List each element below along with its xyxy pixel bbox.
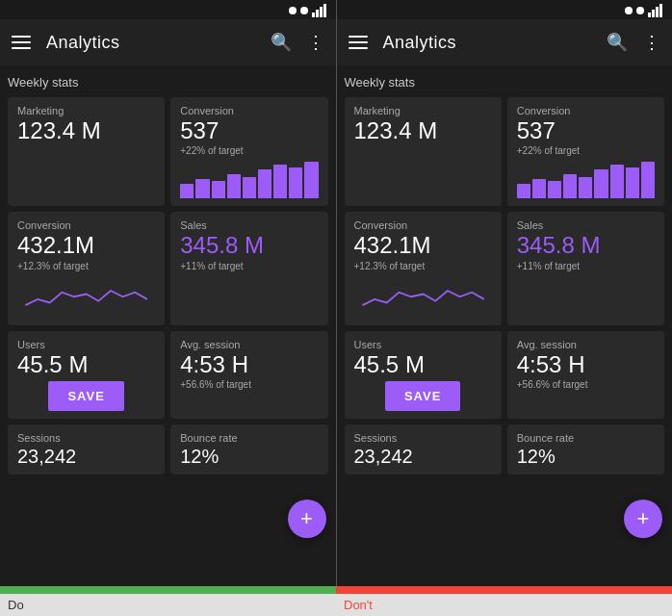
conversion-main-sub-do: +12.3% of target xyxy=(17,261,155,271)
fab-do[interactable]: + xyxy=(288,500,326,538)
conversion-main-value-do: 432.1M xyxy=(17,233,155,258)
search-icon-dont[interactable]: 🔍 xyxy=(607,32,628,53)
avg-session-sub-dont: +56.6% of target xyxy=(517,379,655,390)
bar-2 xyxy=(195,179,209,198)
row4-dont: Sessions 23,242 Bounce rate 12% xyxy=(345,424,665,475)
sales-value-dont: 345.8 M xyxy=(517,233,655,258)
bar-3 xyxy=(212,181,225,198)
bar-7 xyxy=(273,165,287,198)
marketing-value-dont: 123.4 M xyxy=(354,118,492,143)
do-label: Do xyxy=(0,594,32,616)
marketing-label-dont: Marketing xyxy=(354,105,492,116)
sales-value-do: 345.8 M xyxy=(180,233,318,258)
fab-dont[interactable]: + xyxy=(624,500,662,538)
sales-label-do: Sales xyxy=(180,219,318,231)
signal-bars xyxy=(312,4,326,17)
sessions-label-do: Sessions xyxy=(17,432,155,444)
dont-indicator xyxy=(336,586,672,594)
more-icon-do[interactable]: ⋮ xyxy=(307,32,324,53)
status-dot-2 xyxy=(300,7,308,14)
avg-session-sub-do: +56.6% of target xyxy=(180,379,318,390)
bar-d5 xyxy=(579,177,592,198)
sales-card-dont: Sales 345.8 M +11% of target xyxy=(507,212,664,324)
bounce-rate-label-dont: Bounce rate xyxy=(517,432,655,444)
row1-do: Marketing 123.4 M Conversion 537 +22% of… xyxy=(8,97,328,206)
bar-d9 xyxy=(641,162,655,198)
content-dont: Weekly stats Marketing 123.4 M Conversio… xyxy=(337,65,673,586)
bar-6 xyxy=(258,169,271,198)
row1-dont: Marketing 123.4 M Conversion 537 +22% of… xyxy=(345,97,665,206)
search-icon-do[interactable]: 🔍 xyxy=(271,32,292,53)
users-value-dont: 45.5 M xyxy=(354,352,492,377)
dont-phone: Analytics 🔍 ⋮ Weekly stats Marketing 123… xyxy=(337,0,673,586)
conversion-main-card-dont: Conversion 432.1M +12.3% of target xyxy=(345,212,502,324)
conversion-main-label-dont: Conversion xyxy=(354,219,492,231)
bar-chart-do xyxy=(180,160,318,198)
bar-9 xyxy=(304,162,318,198)
conversion-top-label-do: Conversion xyxy=(180,105,318,116)
conversion-main-label-do: Conversion xyxy=(17,219,155,231)
conversion-top-card-dont: Conversion 537 +22% of target xyxy=(507,97,664,206)
row4-do: Sessions 23,242 Bounce rate 12% xyxy=(8,424,328,475)
sales-sub-dont: +11% of target xyxy=(517,261,655,271)
do-phone: Analytics 🔍 ⋮ Weekly stats Marketing 123… xyxy=(0,0,337,586)
users-value-do: 45.5 M xyxy=(17,352,155,377)
marketing-card-do: Marketing 123.4 M xyxy=(8,97,165,206)
dont-label: Don't xyxy=(336,594,380,616)
users-label-dont: Users xyxy=(354,339,492,350)
row2-dont: Conversion 432.1M +12.3% of target Sales… xyxy=(345,212,665,324)
marketing-label-do: Marketing xyxy=(17,105,155,116)
bounce-rate-value-dont: 12% xyxy=(517,446,655,467)
marketing-value-do: 123.4 M xyxy=(17,118,155,143)
sessions-label-dont: Sessions xyxy=(354,432,492,444)
weekly-stats-dont: Weekly stats xyxy=(345,75,665,90)
line-chart-do xyxy=(17,275,155,314)
bar-d1 xyxy=(517,184,530,198)
app-title-do: Analytics xyxy=(46,33,255,53)
avg-session-label-do: Avg. session xyxy=(180,339,318,350)
hamburger-icon-dont[interactable] xyxy=(349,36,368,49)
bar-8 xyxy=(289,167,302,198)
bar-d4 xyxy=(563,174,577,198)
conversion-main-card-do: Conversion 432.1M +12.3% of target xyxy=(8,212,165,324)
bar-d8 xyxy=(626,167,639,198)
bar-1 xyxy=(180,184,194,198)
signal-bars-dont xyxy=(648,4,662,17)
status-bar-do xyxy=(0,0,336,19)
avg-session-label-dont: Avg. session xyxy=(517,339,655,350)
bounce-rate-label-do: Bounce rate xyxy=(180,432,318,444)
bounce-rate-value-do: 12% xyxy=(180,446,318,467)
sales-card-do: Sales 345.8 M +11% of target xyxy=(170,212,327,324)
marketing-card-dont: Marketing 123.4 M xyxy=(345,97,502,206)
conversion-top-label-dont: Conversion xyxy=(517,105,655,116)
bar-5 xyxy=(243,177,256,198)
hamburger-icon[interactable] xyxy=(12,36,31,49)
bar-d6 xyxy=(594,169,607,198)
more-icon-dont[interactable]: ⋮ xyxy=(643,32,660,53)
labels-row: Do Don't xyxy=(0,586,672,616)
row3-dont: Users 45.5 M SAVE Avg. session 4:53 H +5… xyxy=(345,331,665,419)
status-dot-3 xyxy=(625,7,633,14)
bounce-rate-card-do: Bounce rate 12% xyxy=(170,424,327,475)
status-dot-4 xyxy=(636,7,644,14)
conversion-top-sub-dont: +22% of target xyxy=(517,145,655,156)
save-button-do[interactable]: SAVE xyxy=(48,381,123,411)
app-bar-do: Analytics 🔍 ⋮ xyxy=(0,19,336,65)
sales-sub-do: +11% of target xyxy=(180,261,318,271)
do-indicator xyxy=(0,586,336,594)
sessions-card-dont: Sessions 23,242 xyxy=(345,424,502,475)
save-button-dont[interactable]: SAVE xyxy=(385,381,460,411)
bar-4 xyxy=(227,174,241,198)
row2-do: Conversion 432.1M +12.3% of target Sales… xyxy=(8,212,328,324)
conversion-top-sub-do: +22% of target xyxy=(180,145,318,156)
bar-d2 xyxy=(532,179,546,198)
conversion-top-card-do: Conversion 537 +22% of target xyxy=(170,97,327,206)
users-card-dont: Users 45.5 M SAVE xyxy=(345,331,502,419)
line-chart-dont xyxy=(354,275,492,314)
app-bar-dont: Analytics 🔍 ⋮ xyxy=(337,19,673,65)
users-card-do: Users 45.5 M SAVE xyxy=(8,331,165,419)
avg-session-card-dont: Avg. session 4:53 H +56.6% of target xyxy=(507,331,664,419)
status-bar-dont xyxy=(337,0,673,19)
row3-do: Users 45.5 M SAVE Avg. session 4:53 H +5… xyxy=(8,331,328,419)
sessions-value-dont: 23,242 xyxy=(354,446,492,467)
